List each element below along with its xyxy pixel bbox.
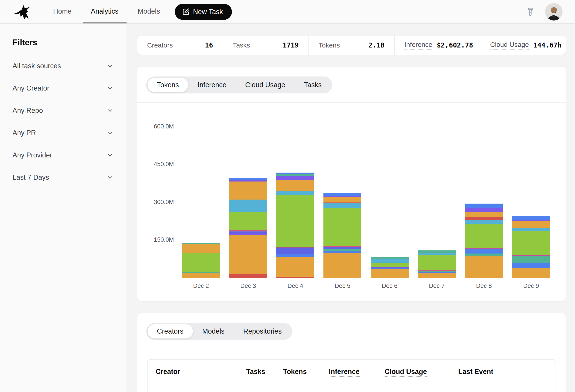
stat-value: 1719: [283, 41, 299, 49]
bar-segment-orange: [371, 269, 409, 278]
table-header-row: Creator Tasks Tokens Inference Cloud Usa…: [147, 360, 556, 384]
filter-label: Last 7 Days: [13, 174, 49, 181]
bar-segment-teal: [418, 250, 456, 253]
card-divider: [137, 349, 566, 349]
x-axis-tick: Dec 2: [177, 283, 225, 289]
col-creator: Creator: [156, 360, 246, 384]
filter-task-sources[interactable]: All task sources: [13, 62, 113, 70]
new-task-button[interactable]: New Task: [175, 4, 232, 20]
nav-item-models[interactable]: Models: [130, 0, 168, 23]
cell-inference: $947.25: [329, 384, 384, 392]
filter-label: Any Provider: [13, 151, 52, 159]
bar-segment-blue: [512, 216, 550, 220]
col-cloud-usage-tooltip[interactable]: Cloud Usage: [384, 368, 427, 377]
stat-label-tooltip[interactable]: Inference: [405, 41, 432, 49]
tab-models[interactable]: Models: [193, 324, 234, 338]
bar-segment-teal: [512, 256, 550, 263]
x-axis-tick: Dec 5: [319, 283, 366, 289]
bar-segment-sky: [465, 220, 503, 224]
stacked-bar-dec-5[interactable]: [323, 193, 361, 278]
chevron-down-icon: [107, 63, 113, 69]
filter-date-range[interactable]: Last 7 Days: [13, 174, 113, 181]
chevron-down-icon: [107, 85, 113, 92]
bar-segment-teal: [323, 249, 361, 251]
torch-icon[interactable]: [526, 7, 535, 17]
col-cloud-usage: Cloud Usage: [384, 360, 458, 384]
x-axis-tick: Dec 8: [460, 283, 508, 289]
filter-provider[interactable]: Any Provider: [13, 151, 113, 159]
bar-segment-indigo: [276, 247, 314, 254]
stacked-bar-dec-3[interactable]: [229, 178, 267, 278]
cell-cloud-usage: 0.00h: [384, 384, 458, 392]
top-navbar: Home Analytics Models New Task: [0, 0, 575, 24]
kangaroo-logo: [13, 4, 35, 20]
tab-creators[interactable]: Creators: [147, 324, 193, 338]
nav-item-analytics[interactable]: Analytics: [83, 0, 127, 23]
square-pen-icon: [182, 8, 190, 15]
stat-label: Tasks: [233, 42, 250, 49]
chevron-down-icon: [107, 130, 113, 136]
bar-segment-teal: [371, 257, 409, 259]
cell-tasks: 454: [246, 384, 283, 392]
filter-creator[interactable]: Any Creator: [13, 84, 113, 92]
bar-slot: [272, 114, 319, 278]
stat-value: 144.67h: [533, 41, 561, 49]
tab-tokens[interactable]: Tokens: [147, 78, 188, 92]
y-axis-tick: 300.0M: [154, 199, 174, 206]
col-last-event: Last Event: [458, 360, 548, 384]
x-axis-tick: Dec 9: [508, 283, 555, 289]
bar-segment-orange: [323, 253, 361, 278]
bar-segment-teal: [465, 254, 503, 256]
x-axis-tick: Dec 7: [413, 283, 460, 289]
bar-segment-orange: [182, 244, 220, 252]
col-inference-tooltip[interactable]: Inference: [329, 368, 359, 377]
bar-slot: [319, 114, 366, 278]
stat-tokens: Tokens 2.1B: [309, 36, 394, 55]
bar-segment-orange: [276, 180, 314, 191]
stacked-bar-dec-8[interactable]: [465, 204, 503, 278]
stat-label-tooltip[interactable]: Cloud Usage: [490, 41, 529, 49]
avatar-photo: [545, 3, 562, 21]
stat-value: $2,602.78: [437, 41, 473, 49]
bars-area: [177, 114, 555, 278]
bar-segment-indigo: [323, 247, 361, 249]
stats-bar: Creators 16 Tasks 1719 Tokens 2.1B Infer…: [137, 36, 566, 55]
filter-repo[interactable]: Any Repo: [13, 107, 113, 115]
tab-tasks[interactable]: Tasks: [295, 78, 331, 92]
bar-segment-sky: [229, 199, 267, 211]
bar-segment-green: [229, 212, 267, 231]
tab-cloud-usage[interactable]: Cloud Usage: [236, 78, 295, 92]
filter-label: Any Repo: [13, 107, 43, 115]
bar-slot: [177, 114, 225, 278]
tab-inference[interactable]: Inference: [188, 78, 236, 92]
user-avatar[interactable]: [545, 3, 562, 21]
stacked-bar-dec-9[interactable]: [512, 216, 550, 278]
stat-value: 16: [205, 41, 213, 49]
col-inference: Inference: [329, 360, 384, 384]
bar-segment-purple: [229, 234, 267, 235]
x-axis-labels: Dec 2 Dec 3 Dec 4 Dec 5 Dec 6 Dec 7 Dec …: [177, 283, 555, 301]
stat-label: Tokens: [318, 42, 340, 49]
bar-segment-orange: [465, 256, 503, 278]
bar-segment-green: [418, 255, 456, 270]
chevron-down-icon: [107, 152, 113, 158]
bar-segment-blue: [465, 204, 503, 208]
cell-tokens: 753.7M: [283, 384, 329, 392]
bar-segment-orange: [512, 221, 550, 228]
filter-pr[interactable]: Any PR: [13, 129, 113, 137]
table-row[interactable]: Hannes Roodolph 454 753.7M $947.25 0.00h…: [147, 384, 556, 392]
filters-title: Filters: [13, 38, 113, 47]
tab-repositories[interactable]: Repositories: [234, 324, 291, 338]
bar-segment-green: [512, 231, 550, 256]
stacked-bar-dec-4[interactable]: [276, 173, 314, 278]
bar-segment-red: [276, 277, 314, 278]
stat-tasks: Tasks 1719: [223, 36, 309, 55]
stat-creators: Creators 16: [137, 36, 223, 55]
stacked-bar-dec-2[interactable]: [182, 243, 220, 278]
nav-item-home[interactable]: Home: [45, 0, 80, 23]
bar-segment-blue: [323, 251, 361, 253]
stacked-bar-dec-6[interactable]: [371, 257, 409, 278]
stacked-bar-dec-7[interactable]: [418, 250, 456, 278]
filter-label: Any Creator: [13, 84, 49, 92]
bar-slot: [366, 114, 413, 278]
